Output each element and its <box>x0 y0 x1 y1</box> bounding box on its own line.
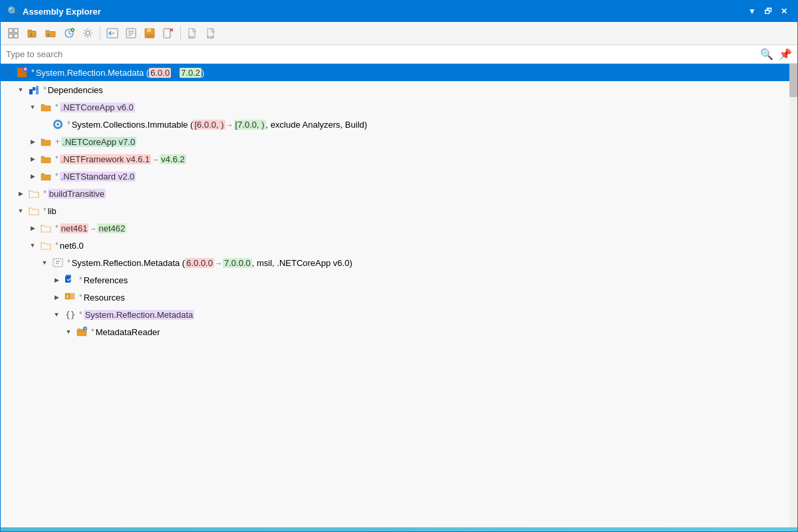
expand-references[interactable]: ▶ <box>51 275 62 285</box>
tree-item-netstandard[interactable]: ▶ * .NETStandard v2.0 <box>1 168 797 185</box>
tree-item-lib[interactable]: ▼ * lib <box>1 202 797 219</box>
svg-rect-33 <box>70 293 74 299</box>
tree-item-netframework[interactable]: ▶ * .NETFramework v4.6.1→v4.6.2 <box>1 150 797 168</box>
expand-net461[interactable]: ▶ <box>27 223 38 233</box>
open-file-btn[interactable] <box>23 25 41 42</box>
folder-netcore60-icon <box>40 101 52 113</box>
netcore70-label: .NETCoreApp v7.0 <box>61 137 136 147</box>
net461-badge: * <box>55 223 59 233</box>
folder-netfw-icon <box>40 153 52 165</box>
netcore70-text: .NETCoreApp v7.0 <box>61 137 136 147</box>
expand-dependencies[interactable]: ▼ <box>15 84 26 95</box>
collections-badge: * <box>67 120 70 129</box>
netcore60-label: .NETCoreApp v6.0 <box>60 102 135 112</box>
tree-item-net461[interactable]: ▶ * net461→net462 <box>1 219 797 237</box>
bt-label: buildTransitive <box>48 189 106 199</box>
svg-point-36 <box>83 327 87 331</box>
title-bar-right: ▼ 🗗 ✕ <box>745 5 791 18</box>
tree-item-buildtransitive[interactable]: ▶ * buildTransitive <box>1 185 797 202</box>
sep2 <box>180 26 181 41</box>
expand-srm-ns[interactable]: ▼ <box>51 309 62 320</box>
folder-net461-icon <box>40 222 52 234</box>
tree-item-root[interactable]: ▼ * System.Reflection.Metadata (6.0.0→7.… <box>1 64 797 81</box>
nav-back-btn[interactable] <box>104 25 121 42</box>
netsdt-text: .NETStandard v2.0 <box>60 172 136 182</box>
srm-ns-text: System.Reflection.Metadata <box>84 310 195 320</box>
close-assembly-btn[interactable] <box>160 25 177 42</box>
close-btn[interactable]: ✕ <box>777 5 791 18</box>
expand-netcoreapp70[interactable]: ▶ <box>27 136 38 147</box>
tree-item-srm-ns[interactable]: ▼ {} * System.Reflection.Metadata <box>1 306 797 323</box>
root-badge: * <box>31 68 35 77</box>
class-icon <box>76 326 88 338</box>
svg-rect-13 <box>164 29 170 38</box>
minimize-btn[interactable]: 🗗 <box>761 5 775 18</box>
netfw-label: .NETFramework v4.6.1→v4.6.2 <box>60 154 186 164</box>
scrollbar-thumb[interactable] <box>789 64 797 97</box>
expand-lib[interactable]: ▼ <box>15 205 26 216</box>
pkg-collections-icon <box>52 118 64 130</box>
netcore60-badge: * <box>55 102 59 112</box>
folder-lib-icon <box>28 205 40 217</box>
search-input[interactable] <box>6 49 760 59</box>
export-pdb-btn[interactable]: PDB <box>203 25 220 42</box>
save-btn[interactable] <box>141 25 158 42</box>
open-folder-btn[interactable] <box>42 25 59 42</box>
net461-label: net461→net462 <box>60 223 127 233</box>
svg-rect-1 <box>14 29 18 33</box>
tree-item-collections[interactable]: * System.Collections.Immutable ([6.0.0, … <box>1 116 797 133</box>
search-icon[interactable]: 🔍 <box>760 48 773 61</box>
tree-container[interactable]: ▼ * System.Reflection.Metadata (6.0.0→7.… <box>1 64 797 527</box>
tree-item-references[interactable]: ▶ * References <box>1 271 797 289</box>
tree-item-net60[interactable]: ▼ * net6.0 <box>1 237 797 254</box>
root-icon <box>16 66 28 78</box>
svg-rect-3 <box>14 34 18 38</box>
tree-item-metadata-reader[interactable]: ▼ * MetadataReader <box>1 323 797 340</box>
assembly-explorer-window: 🔍 Assembly Explorer ▼ 🗗 ✕ <box>0 0 798 532</box>
expand-netcoreapp60[interactable]: ▼ <box>27 102 38 112</box>
expand-resources[interactable]: ▶ <box>51 292 62 303</box>
settings-btn[interactable] <box>79 25 96 42</box>
dropdown-btn[interactable]: ▼ <box>745 5 759 18</box>
srm-file-label: System.Reflection.Metadata (6.0.0.0→7.0.… <box>72 258 352 268</box>
pin-icon[interactable]: 📌 <box>779 48 792 61</box>
netcore70-badge: + <box>55 137 60 146</box>
resources-icon <box>64 291 76 303</box>
title-icon: 🔍 <box>7 6 19 17</box>
expand-buildtransitive[interactable]: ▶ <box>15 188 26 199</box>
references-badge: * <box>79 275 82 285</box>
svg-rect-25 <box>36 86 39 94</box>
expand-net60[interactable]: ▼ <box>27 240 38 251</box>
tree-item-netcoreapp70[interactable]: ▶ + .NETCoreApp v7.0 <box>1 133 797 150</box>
export-src-btn[interactable]: SRC <box>184 25 201 42</box>
netcore60-text: .NETCoreApp v6.0 <box>60 102 135 112</box>
expand-srm-file[interactable]: ▼ <box>39 257 50 268</box>
svg-point-6 <box>86 31 90 35</box>
title-bar-left: 🔍 Assembly Explorer <box>7 6 101 17</box>
toolbar: SRC PDB <box>1 22 797 45</box>
version-new: 7.0.2 <box>180 68 201 78</box>
tree-item-dependencies[interactable]: ▼ * Dependencies <box>1 81 797 98</box>
recent-btn[interactable] <box>61 25 78 42</box>
search-bar: 🔍 📌 <box>1 45 797 64</box>
resources-badge: * <box>79 293 82 302</box>
expand-metadata-reader[interactable]: ▼ <box>63 327 74 337</box>
svg-text:PDB: PDB <box>207 35 214 39</box>
netsdt-label: .NETStandard v2.0 <box>60 172 136 182</box>
module-list-btn[interactable] <box>122 25 140 42</box>
metadata-reader-label: MetadataReader <box>96 327 160 337</box>
window-title: Assembly Explorer <box>23 7 101 17</box>
expand-netframework[interactable]: ▶ <box>27 154 38 164</box>
netsdt-badge: * <box>55 172 59 181</box>
tree-item-srm-file[interactable]: ▼ * System.Reflection.Metadata (6.0.0.0→… <box>1 254 797 271</box>
collections-label: System.Collections.Immutable ([6.0.0, )→… <box>72 120 367 130</box>
tree-item-resources[interactable]: ▶ * Resources <box>1 289 797 306</box>
folder-net60-icon <box>40 239 52 251</box>
expand-netstandard[interactable]: ▶ <box>27 171 38 182</box>
svg-rect-23 <box>29 89 33 94</box>
new-tab-btn[interactable] <box>5 25 22 42</box>
title-bar: 🔍 Assembly Explorer ▼ 🗗 ✕ <box>1 1 797 22</box>
tree-item-netcoreapp60[interactable]: ▼ * .NETCoreApp v6.0 <box>1 98 797 116</box>
expand-root[interactable]: ▼ <box>3 67 14 78</box>
svg-rect-21 <box>22 72 27 77</box>
